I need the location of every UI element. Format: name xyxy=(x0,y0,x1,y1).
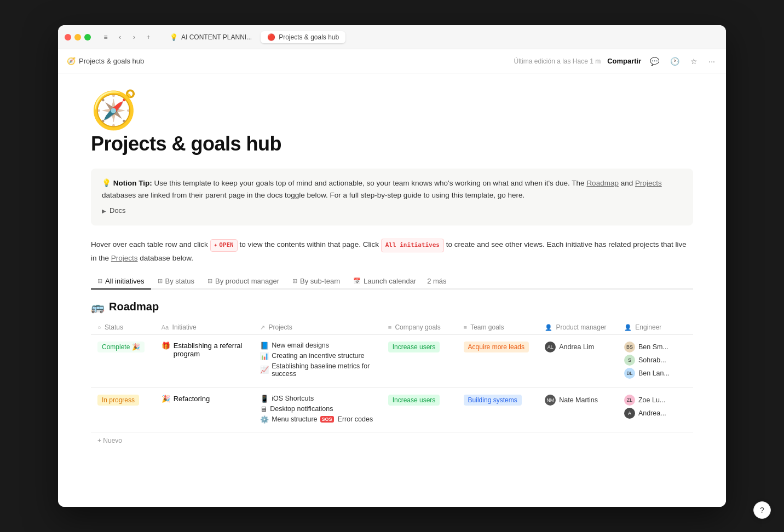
docs-label: Docs xyxy=(109,205,126,217)
th-projects: ↗ Projects xyxy=(253,320,381,335)
tab-by-status[interactable]: ⊞ By status xyxy=(151,274,201,290)
table-row[interactable]: In progress 🎉 Refactoring xyxy=(91,388,693,432)
th-team-goals: ≡ Team goals xyxy=(457,320,539,335)
inst-text4: database below. xyxy=(140,254,193,262)
tab-cal-label: Launch calendar xyxy=(364,277,416,285)
team-goal-badge-2: Building systems xyxy=(464,395,522,406)
tab-by-subteam[interactable]: ⊞ By sub-team xyxy=(286,274,347,290)
history-button[interactable]: 🕐 xyxy=(668,55,682,68)
inst-text1: Hover over each table row and click xyxy=(91,240,210,248)
tab-projects-icon: 🔴 xyxy=(267,33,275,41)
cell-company-2: Increase users xyxy=(382,388,457,432)
close-button[interactable] xyxy=(65,34,71,41)
tab-all-label: All initiatives xyxy=(105,277,145,285)
initiative-label-1: Establishing a referral program xyxy=(174,342,247,358)
person-item: BS Ben Sm... xyxy=(624,342,687,352)
project-item[interactable]: 🖥 Desktop notifications xyxy=(260,405,374,413)
tab-calendar[interactable]: 📅 Launch calendar xyxy=(347,274,423,290)
roadmap-icon: 🚌 xyxy=(91,300,105,314)
projects-link[interactable]: Projects xyxy=(635,179,662,187)
person-item: S Sohrab... xyxy=(624,355,687,366)
project-icon: ⚙️ xyxy=(260,415,269,424)
project-icon: 📘 xyxy=(260,342,269,350)
breadcrumb-label: Projects & goals hub xyxy=(79,57,144,65)
main-content: 🧭 Projects & goals hub 💡 Notion Tip: Use… xyxy=(58,73,726,507)
tab-all-icon: ⊞ xyxy=(97,277,102,285)
minimize-button[interactable] xyxy=(74,34,81,41)
eng-name: Ben Sm... xyxy=(638,343,668,351)
project-item[interactable]: ⚙️ Menu structure SOS Error codes xyxy=(260,415,374,424)
project-icon: 🖥 xyxy=(260,405,267,413)
breadcrumb: 🧭 Projects & goals hub xyxy=(67,57,144,65)
tab-projects-label: Projects & goals hub xyxy=(279,33,339,41)
badge-open[interactable]: ✦ OPEN xyxy=(210,239,238,252)
projects-link2[interactable]: Projects xyxy=(111,254,138,262)
initiative-label-2: Refactoring xyxy=(174,395,210,403)
cell-pm-2: NM Nate Martins xyxy=(538,388,618,432)
comment-button[interactable]: 💬 xyxy=(648,55,661,68)
project-item[interactable]: 📱 iOS Shortcuts xyxy=(260,395,374,403)
share-button[interactable]: Compartir xyxy=(607,57,641,65)
nav-controls: ≡ ‹ › + xyxy=(100,31,154,43)
tab-by-pm[interactable]: ⊞ By product manager xyxy=(201,274,286,290)
avatar: NM xyxy=(545,395,556,406)
cell-eng-1: BS Ben Sm... S Sohrab... xyxy=(618,334,693,388)
person-item: AL Andrea Lim xyxy=(545,342,611,352)
cell-pm-1: AL Andrea Lim xyxy=(538,334,618,388)
titlebar: ≡ ‹ › + 💡 AI CONTENT PLANNI... 🔴 Project… xyxy=(58,25,726,49)
avatar: S xyxy=(624,355,635,366)
cell-status-2: In progress xyxy=(91,388,155,432)
project-icon: 📊 xyxy=(260,352,269,360)
new-tab-button[interactable]: + xyxy=(142,31,154,43)
project-name: Creating an incentive structure xyxy=(272,352,365,360)
page-icon: 🧭 xyxy=(91,91,693,128)
tab-projects[interactable]: 🔴 Projects & goals hub xyxy=(261,31,345,43)
roadmap-link[interactable]: Roadmap xyxy=(586,179,619,187)
fullscreen-button[interactable] xyxy=(84,34,91,41)
th-status: ○ Status xyxy=(91,320,155,335)
view-tabs: ⊞ All initiatives ⊞ By status ⊞ By produ… xyxy=(91,274,693,290)
avatar: BS xyxy=(624,342,635,352)
person-item: NM Nate Martins xyxy=(545,395,611,406)
roadmap-title: 🚌 Roadmap xyxy=(91,300,693,314)
cell-initiative-1: 🎁 Establishing a referral program xyxy=(155,334,253,388)
th-pm: 👤 Product manager xyxy=(538,320,618,335)
project-item[interactable]: 📊 Creating an incentive structure xyxy=(260,352,374,360)
tab-ai-content[interactable]: 💡 AI CONTENT PLANNI... xyxy=(163,31,258,43)
project-item[interactable]: 📈 Establishing baseline metrics for succ… xyxy=(260,362,374,378)
person-item: A Andrea... xyxy=(624,408,687,419)
badge-all-initiatives[interactable]: All initiatives xyxy=(381,239,444,252)
project-name: Desktop notifications xyxy=(270,405,333,413)
tip-bold: Notion Tip: xyxy=(113,179,152,187)
project-item[interactable]: 📘 New email designs xyxy=(260,342,374,350)
add-new-label: + Nuevo xyxy=(97,437,122,444)
open-label: OPEN xyxy=(219,240,234,251)
table-row[interactable]: Complete 🎉 🎁 Establishing a referral pro… xyxy=(91,334,693,388)
avatar: AL xyxy=(545,342,556,352)
page-title: Projects & goals hub xyxy=(91,132,693,155)
avatar: A xyxy=(624,408,635,419)
company-goal-badge-1: Increase users xyxy=(388,342,440,352)
tab-pm-icon: ⊞ xyxy=(207,277,212,285)
cell-projects-2: 📱 iOS Shortcuts 🖥 Desktop notifications … xyxy=(253,388,381,432)
avatar: BL xyxy=(624,368,635,379)
eng-name: Zoe Lu... xyxy=(638,396,665,404)
docs-toggle[interactable]: ▶ Docs xyxy=(102,205,682,217)
more-button[interactable]: ··· xyxy=(706,55,717,68)
tab-all-initiatives[interactable]: ⊞ All initiatives xyxy=(91,274,151,290)
tip-text3: databases are linked from their parent p… xyxy=(102,191,524,199)
cell-team-1: Acquire more leads xyxy=(457,334,539,388)
cell-projects-1: 📘 New email designs 📊 Creating an incent… xyxy=(253,334,381,388)
tip-text1: Use this template to keep your goals top… xyxy=(154,179,587,187)
tab-ai-label: AI CONTENT PLANNI... xyxy=(181,33,252,41)
tip-box: 💡 Notion Tip: Use this template to keep … xyxy=(91,169,693,225)
back-button[interactable]: ‹ xyxy=(114,31,126,43)
add-new-row[interactable]: + Nuevo xyxy=(91,432,693,449)
breadcrumb-icon: 🧭 xyxy=(67,57,76,65)
favorite-button[interactable]: ☆ xyxy=(688,55,700,68)
initiative-icon-1: 🎁 xyxy=(162,342,170,350)
forward-button[interactable]: › xyxy=(128,31,140,43)
more-views[interactable]: 2 más xyxy=(423,274,451,288)
sidebar-toggle[interactable]: ≡ xyxy=(100,31,112,43)
table-header-row: ○ Status Aa Initiative ↗ Projects ≡ Comp… xyxy=(91,320,693,335)
